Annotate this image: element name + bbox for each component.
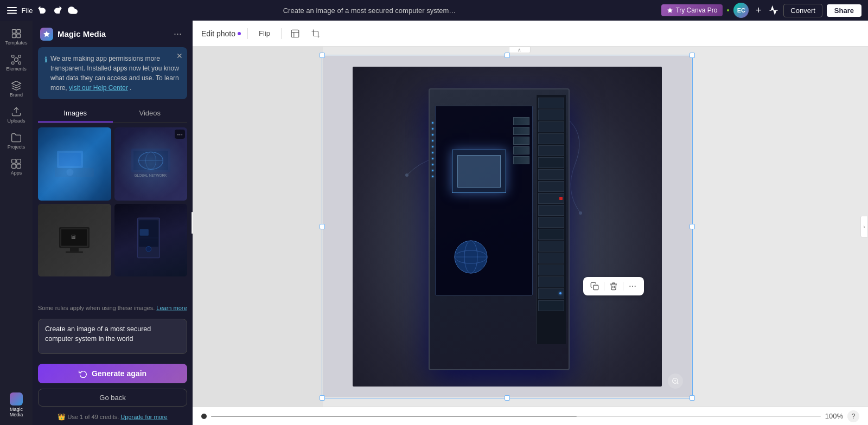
top-collapse-button[interactable]: ∧ <box>509 47 531 53</box>
svg-rect-21 <box>55 168 94 177</box>
delete-button[interactable] <box>608 280 620 292</box>
sidebar-item-magic-media[interactable]: Magic Media <box>2 389 30 421</box>
prompt-input[interactable] <box>38 319 187 354</box>
grid-item-4[interactable]: ··· <box>114 204 188 277</box>
grid-item-3[interactable]: ··· 🖥 <box>38 204 111 277</box>
svg-rect-0 <box>7 7 17 8</box>
learn-more-link[interactable]: Learn more <box>156 305 187 311</box>
magic-media-icon <box>40 28 53 41</box>
svg-point-25 <box>145 152 156 170</box>
sidebar-item-apps[interactable]: Apps <box>2 155 30 179</box>
handle-bottom-center[interactable] <box>505 395 510 401</box>
prompt-area <box>33 314 193 360</box>
grid-item-2-more[interactable]: ··· <box>175 130 185 139</box>
hamburger-icon[interactable] <box>7 5 17 16</box>
right-collapse-button[interactable]: › <box>860 216 868 237</box>
nav-templates-label: Templates <box>5 40 27 46</box>
svg-rect-6 <box>12 34 16 38</box>
svg-rect-22 <box>131 149 170 172</box>
svg-rect-23 <box>133 151 168 170</box>
avatar[interactable]: EC <box>733 3 749 18</box>
pc-inner-screen <box>452 150 506 193</box>
svg-rect-11 <box>12 62 14 64</box>
info-close-button[interactable]: ✕ <box>176 51 183 60</box>
nav-apps-label: Apps <box>11 170 22 176</box>
sidebar-header: Magic Media ··· <box>33 21 193 47</box>
svg-rect-7 <box>17 34 21 38</box>
svg-rect-9 <box>12 55 14 57</box>
layout-icon-button[interactable] <box>288 27 302 41</box>
canvas-area: Edit photo Flip <box>193 21 868 425</box>
tabs: Images Videos <box>38 105 187 123</box>
convert-button[interactable]: Convert <box>783 4 822 17</box>
svg-point-46 <box>579 211 582 215</box>
rules-text: Some rules apply when using these images… <box>33 301 193 314</box>
sidebar-item-elements[interactable]: Elements <box>2 51 30 75</box>
generate-again-button[interactable]: Generate again <box>38 364 187 383</box>
info-box: ℹ We are making app permissions more tra… <box>38 47 187 99</box>
toolbar-divider-2 <box>281 28 282 39</box>
info-box-content: ℹ We are making app permissions more tra… <box>44 54 181 93</box>
tab-images[interactable]: Images <box>38 105 113 123</box>
topbar-left: File <box>7 5 78 16</box>
float-divider-1 <box>604 282 604 291</box>
sidebar-item-uploads[interactable]: Uploads <box>2 103 30 127</box>
svg-text:GLOBAL NETWORK: GLOBAL NETWORK <box>134 173 167 177</box>
more-options-button[interactable] <box>627 280 639 292</box>
crown-icon: 👑 <box>58 413 66 421</box>
handle-top-center[interactable] <box>505 53 510 58</box>
svg-rect-15 <box>17 159 21 164</box>
floating-toolbar <box>583 277 644 295</box>
svg-rect-30 <box>70 248 79 251</box>
svg-point-55 <box>635 286 636 287</box>
undo-icon[interactable] <box>37 5 48 16</box>
help-center-link[interactable]: visit our Help Center <box>69 84 128 92</box>
copy-button[interactable] <box>589 280 601 292</box>
file-menu[interactable]: File <box>22 5 33 16</box>
sidebar-item-projects[interactable]: Projects <box>2 129 30 153</box>
sidebar-item-templates[interactable]: Templates <box>2 25 30 49</box>
add-icon[interactable]: + <box>753 5 764 16</box>
sidebar: Magic Media ··· ℹ We are making app perm… <box>33 21 193 425</box>
share-button[interactable]: Share <box>827 4 861 17</box>
sidebar-item-brand[interactable]: Brand <box>2 77 30 101</box>
grid-item-2[interactable]: ··· GLOBAL NETWORK <box>114 127 188 201</box>
redo-icon[interactable] <box>52 5 63 16</box>
grid-item-1[interactable] <box>38 127 111 201</box>
canvas-content[interactable]: › ∧ <box>193 47 868 407</box>
tab-videos[interactable]: Videos <box>113 105 188 123</box>
svg-rect-31 <box>66 252 83 253</box>
image-grid: ··· GLOBAL NETWORK ··· <box>33 127 193 301</box>
upgrade-link[interactable]: Upgrade for more <box>120 414 167 420</box>
crop-icon-button[interactable] <box>309 27 323 41</box>
try-canva-pro-button[interactable]: Try Canva Pro <box>661 4 723 16</box>
computer-image <box>353 67 662 387</box>
nav-magic-media-label: Magic Media <box>4 407 28 417</box>
svg-marker-3 <box>667 8 673 13</box>
stats-icon[interactable] <box>768 5 779 16</box>
canvas-page <box>323 56 692 397</box>
svg-rect-36 <box>139 229 148 235</box>
svg-point-20 <box>67 169 74 176</box>
sidebar-collapse-button[interactable]: ‹ <box>192 212 193 234</box>
cloud-save-icon[interactable] <box>67 5 78 16</box>
status-dot <box>727 9 729 11</box>
svg-rect-2 <box>7 13 17 14</box>
svg-point-24 <box>138 152 163 170</box>
svg-rect-1 <box>7 10 17 11</box>
topbar-right: Try Canva Pro EC + Convert Share <box>661 3 861 18</box>
pc-window-panel <box>435 106 533 295</box>
nav-elements-label: Elements <box>6 66 27 72</box>
pc-tower <box>429 88 570 370</box>
flip-button[interactable]: Flip <box>254 27 275 40</box>
main-area: Templates Elements Brand Uploads Project… <box>0 21 868 425</box>
led-strip <box>432 122 434 339</box>
edit-photo-label: Edit photo <box>201 29 241 38</box>
edit-dot <box>238 32 241 35</box>
go-back-button[interactable]: Go back <box>38 389 187 407</box>
help-button[interactable]: ? <box>847 410 859 422</box>
svg-point-8 <box>15 58 18 62</box>
sidebar-more-button[interactable]: ··· <box>170 27 185 41</box>
svg-rect-16 <box>12 164 16 169</box>
svg-rect-4 <box>12 30 16 34</box>
